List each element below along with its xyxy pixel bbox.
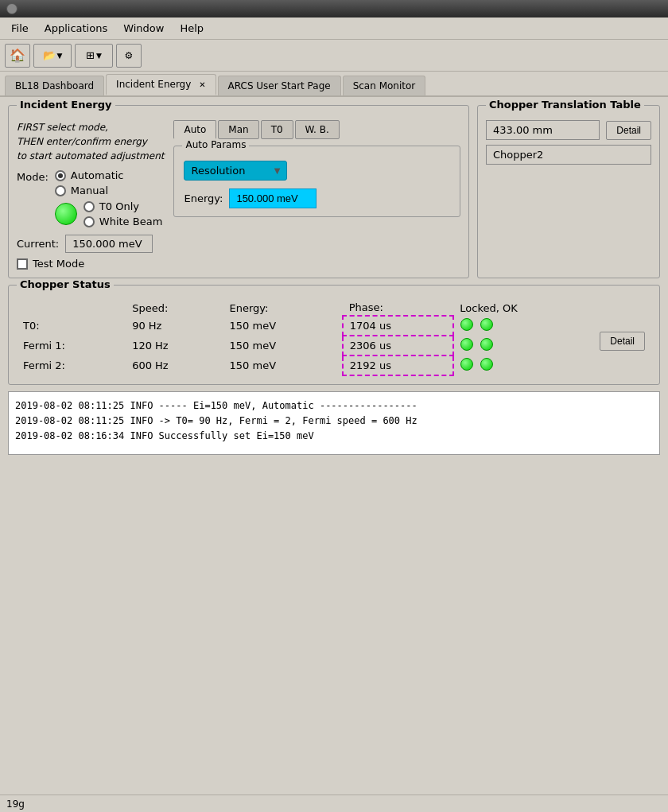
chopper-translation-panel: Chopper Translation Table 433.00 mm Deta… — [477, 105, 660, 278]
chopper-status-table: Speed: Energy: Phase: Locked, OK T0: 90 … — [17, 300, 593, 376]
grid-icon: ⊞ — [86, 49, 95, 61]
chevron-down-icon: ▼ — [96, 52, 102, 60]
toolbar: 🏠 📂 ▼ ⊞ ▼ ⚙ — [0, 40, 668, 72]
tab-bl18-dashboard[interactable]: BL18 Dashboard — [5, 76, 104, 95]
mode-manual[interactable]: Manual — [55, 185, 162, 196]
current-value: 150.000 meV — [65, 235, 153, 253]
test-mode-label: Test Mode — [33, 258, 84, 270]
tab-bar: BL18 Dashboard Incident Energy ✕ ARCS Us… — [0, 72, 668, 97]
row-fermi1-locked — [453, 336, 593, 355]
radio-manual-circle — [55, 185, 66, 196]
subtab-t0[interactable]: T0 — [261, 120, 293, 139]
row-fermi2-phase: 2192 us — [343, 355, 454, 375]
col-speed: Speed: — [126, 300, 223, 316]
chevron-down-icon: ▼ — [57, 52, 63, 60]
subtab-wb[interactable]: W. B. — [295, 120, 340, 139]
energy-input[interactable] — [229, 188, 317, 208]
current-label: Current: — [17, 238, 59, 250]
chopper-status-legend: Chopper Status — [17, 278, 114, 290]
green-dot-icon — [480, 338, 493, 351]
menu-window[interactable]: Window — [115, 20, 172, 37]
green-status-indicator — [55, 203, 77, 225]
table-row: T0: 90 Hz 150 meV 1704 us — [17, 316, 593, 336]
resolution-dropdown[interactable]: Resolution ▼ — [184, 161, 287, 181]
row-t0-speed: 90 Hz — [126, 316, 223, 336]
current-row: Current: 150.000 meV — [17, 235, 164, 253]
green-dot-icon — [480, 358, 493, 371]
menu-file[interactable]: File — [3, 20, 37, 37]
col-energy: Energy: — [223, 300, 343, 316]
row-t0-label: T0: — [17, 316, 126, 336]
menu-help[interactable]: Help — [172, 20, 212, 37]
test-mode-row[interactable]: Test Mode — [17, 258, 164, 270]
col-label — [17, 300, 126, 316]
chopper-value-row: 433.00 mm Detail — [486, 120, 651, 140]
auto-params-legend: Auto Params — [182, 139, 249, 150]
row-t0-locked — [453, 316, 593, 336]
chopper-detail-button[interactable]: Detail — [606, 121, 651, 140]
tool-button[interactable]: ⚙ — [116, 44, 142, 68]
green-dot-icon — [460, 358, 473, 371]
tool-icon: ⚙ — [125, 50, 134, 61]
energy-label: Energy: — [184, 192, 223, 204]
tab-incident-energy[interactable]: Incident Energy ✕ — [106, 74, 216, 95]
menu-applications[interactable]: Applications — [37, 20, 115, 37]
row-fermi2-speed: 600 Hz — [126, 355, 223, 375]
chopper-translation-legend: Chopper Translation Table — [486, 99, 644, 111]
row-fermi2-locked — [453, 355, 593, 375]
row-fermi2-energy: 150 meV — [223, 355, 343, 375]
tab-close-icon[interactable]: ✕ — [199, 80, 205, 89]
row-fermi2-label: Fermi 2: — [17, 355, 126, 375]
subtab-man[interactable]: Man — [218, 120, 258, 139]
mode-section: FIRST select mode,THEN enter/confirm ene… — [17, 120, 164, 270]
col-phase: Phase: — [343, 300, 454, 316]
mode-automatic[interactable]: Automatic — [55, 169, 162, 181]
status-bar: 19g — [0, 795, 668, 812]
test-mode-checkbox[interactable] — [17, 258, 28, 270]
menu-bar: File Applications Window Help — [0, 17, 668, 40]
title-bar — [0, 0, 668, 17]
subtab-auto[interactable]: Auto — [173, 120, 216, 139]
tab-scan-monitor[interactable]: Scan Monitor — [343, 76, 426, 95]
chopper-status-panel: Chopper Status Speed: Energy: Phase: Loc… — [8, 285, 660, 385]
row-t0-phase: 1704 us — [343, 316, 454, 336]
dropdown-arrow-icon: ▼ — [274, 166, 281, 175]
green-dot-icon — [480, 318, 493, 331]
status-text: 19g — [6, 798, 25, 810]
dropdown-value: Resolution — [191, 165, 245, 177]
log-panel: 2019-08-02 08:11:25 INFO ----- Ei=150 me… — [8, 391, 660, 455]
folder-button[interactable]: 📂 ▼ — [33, 44, 72, 68]
log-line-3: 2019-08-02 08:16:34 INFO Successfully se… — [15, 429, 653, 444]
status-detail-button[interactable]: Detail — [600, 332, 645, 351]
radio-automatic-circle — [55, 170, 66, 181]
mode-whitebeam[interactable]: White Beam — [84, 216, 162, 227]
subtab-section: Auto Man T0 W. B. Auto Params Resolution… — [173, 120, 460, 270]
home-button[interactable]: 🏠 — [5, 44, 30, 68]
mode-instruction: FIRST select mode,THEN enter/confirm ene… — [17, 120, 164, 163]
radio-whitebeam-label: White Beam — [99, 216, 162, 227]
col-locked: Locked, OK — [453, 300, 593, 316]
sub-tab-bar: Auto Man T0 W. B. — [173, 120, 460, 139]
table-row: Fermi 2: 600 Hz 150 meV 2192 us — [17, 355, 593, 375]
log-line-2: 2019-08-02 08:11:25 INFO -> T0= 90 Hz, F… — [15, 414, 653, 429]
mode-label: Mode: — [17, 171, 49, 183]
green-dot-icon — [460, 338, 473, 351]
top-row: Incident Energy FIRST select mode,THEN e… — [8, 105, 660, 278]
row-fermi1-label: Fermi 1: — [17, 336, 126, 355]
folder-icon: 📂 — [43, 49, 56, 61]
tab-arcs-user-start[interactable]: ARCS User Start Page — [218, 76, 341, 95]
radio-automatic-label: Automatic — [71, 169, 124, 181]
row-fermi1-speed: 120 Hz — [126, 336, 223, 355]
row-fermi1-phase: 2306 us — [343, 336, 454, 355]
close-icon[interactable] — [6, 3, 17, 14]
grid-button[interactable]: ⊞ ▼ — [75, 44, 113, 68]
chopper-mm-value: 433.00 mm — [486, 120, 600, 140]
radio-manual-label: Manual — [71, 185, 108, 196]
radio-whitebeam-circle — [84, 216, 95, 227]
log-line-1: 2019-08-02 08:11:25 INFO ----- Ei=150 me… — [15, 398, 653, 414]
table-row: Fermi 1: 120 Hz 150 meV 2306 us — [17, 336, 593, 355]
mode-t0only[interactable]: T0 Only — [84, 200, 162, 212]
radio-t0only-circle — [84, 201, 95, 212]
row-t0-energy: 150 meV — [223, 316, 343, 336]
main-content: Incident Energy FIRST select mode,THEN e… — [0, 97, 668, 463]
